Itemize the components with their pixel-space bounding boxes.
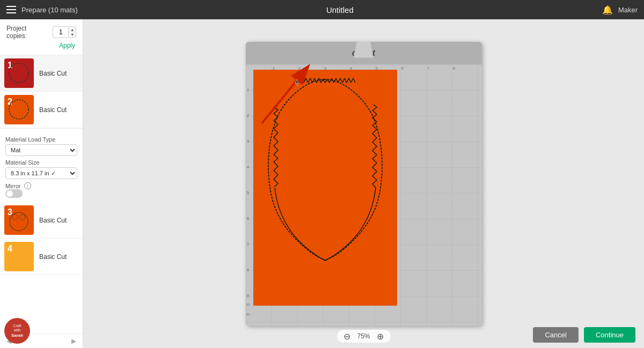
zoom-minus-icon: ⊖	[343, 331, 350, 342]
svg-text:6: 6	[247, 217, 249, 220]
app-header: Prepare (10 mats) Untitled 🔔 Maker	[0, 0, 644, 19]
material-load-type-label: Material Load Type	[5, 136, 77, 143]
maker-label: Maker	[618, 6, 638, 14]
mat-label-3: Basic Cut	[39, 217, 67, 224]
logo-watermark: CraftwithSarah	[4, 318, 30, 344]
cancel-button[interactable]: Cancel	[533, 327, 578, 343]
mirror-info-icon[interactable]: i	[24, 182, 31, 189]
svg-point-4	[20, 214, 25, 220]
svg-text:4: 4	[247, 165, 249, 169]
svg-text:2: 2	[247, 114, 249, 117]
mat-label-1: Basic Cut	[39, 70, 67, 77]
svg-text:7: 7	[427, 66, 429, 70]
mirror-label: Mirror	[5, 183, 21, 189]
svg-text:3: 3	[247, 139, 249, 143]
mat-label-2: Basic Cut	[39, 106, 67, 114]
mat-clip	[354, 42, 374, 58]
mat-material	[253, 70, 397, 306]
material-size-label: Material Size	[5, 159, 77, 166]
project-copies-label: Project copies:	[6, 25, 48, 40]
svg-text:5: 5	[247, 191, 249, 195]
logo-text: CraftwithSarah	[11, 324, 23, 338]
zoom-out-button[interactable]: ⊖	[342, 331, 352, 341]
svg-text:8: 8	[453, 66, 455, 70]
sidebar: Project copies: ▲ ▼ Apply 1	[0, 19, 83, 348]
continue-button[interactable]: Continue	[584, 327, 635, 343]
mat-label-4: Basic Cut	[39, 253, 67, 261]
sidebar-top: Project copies: ▲ ▼ Apply	[0, 19, 83, 55]
svg-text:8: 8	[247, 268, 249, 272]
mat-item-2[interactable]: 2 Basic Cut	[0, 92, 83, 128]
mat-thumbnail-1: 1	[4, 58, 34, 88]
project-copies-row: Project copies: ▲ ▼	[6, 25, 76, 40]
mat-thumbnail-3: 3	[4, 205, 34, 235]
svg-point-3	[12, 214, 18, 220]
material-settings: Material Load Type Mat Material Size 8.3…	[0, 128, 83, 202]
copies-input-wrapper: ▲ ▼	[53, 26, 76, 38]
mat-header: cricut	[246, 42, 482, 64]
zoom-bar: ⊖ 75% ⊕	[337, 330, 391, 343]
canvas-area: cricut 1	[83, 19, 644, 348]
copies-up-arrow[interactable]: ▲	[69, 27, 76, 32]
title-text: Untitled	[326, 5, 354, 14]
mirror-row: Mirror i	[5, 182, 77, 189]
mat-thumbnail-4: 4	[4, 242, 34, 271]
copies-down-arrow[interactable]: ▼	[69, 32, 76, 37]
header-left: Prepare (10 mats)	[6, 6, 78, 14]
scroll-right-btn[interactable]: ▶	[71, 336, 76, 346]
svg-text:7: 7	[247, 242, 249, 246]
zoom-level: 75%	[354, 332, 374, 340]
material-size-select[interactable]: 8.3 in x 11.7 in ✓	[5, 167, 77, 179]
svg-point-2	[10, 212, 28, 231]
mat-item-1[interactable]: 1 Basic Cut	[0, 55, 83, 92]
zoom-plus-icon: ⊕	[377, 331, 384, 342]
mirror-toggle[interactable]	[5, 189, 23, 198]
material-load-type-select[interactable]: Mat	[5, 144, 77, 156]
mat-number-4: 4	[8, 244, 12, 254]
apply-button[interactable]: Apply	[6, 42, 76, 49]
svg-text:9: 9	[247, 294, 249, 298]
document-title: Untitled	[326, 5, 354, 14]
mat-item-4[interactable]: 4 Basic Cut	[0, 239, 83, 275]
mat-board: cricut 1	[246, 42, 482, 326]
copies-arrows: ▲ ▼	[68, 27, 76, 37]
bottom-bar: Cancel Continue	[533, 327, 635, 343]
svg-text:1: 1	[247, 88, 249, 92]
svg-text:11: 11	[246, 313, 250, 316]
mat-thumbnail-2: 2	[4, 95, 34, 124]
mat-grid-container: 1 2 3 4 5 6 7 8 1 2 3 4 5 6 7 8	[246, 64, 482, 326]
main-layout: Project copies: ▲ ▼ Apply 1	[0, 19, 644, 348]
menu-icon[interactable]	[6, 6, 16, 13]
svg-text:6: 6	[401, 66, 404, 70]
window-title: Prepare (10 mats)	[21, 6, 78, 14]
zoom-in-button[interactable]: ⊕	[376, 331, 385, 341]
mat-item-3[interactable]: 3 Basic Cut	[0, 202, 83, 239]
bell-icon[interactable]: 🔔	[602, 5, 613, 15]
svg-point-1	[9, 100, 28, 119]
svg-text:10: 10	[246, 303, 250, 306]
header-right: 🔔 Maker	[602, 5, 638, 15]
mat-list: 1 Basic Cut 2 Basic Cut	[0, 55, 83, 334]
copies-input[interactable]	[53, 28, 68, 36]
svg-point-0	[9, 63, 28, 83]
